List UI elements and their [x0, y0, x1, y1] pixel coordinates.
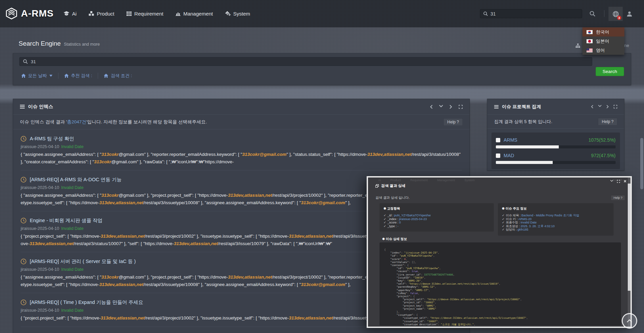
chevron-down-icon[interactable] — [439, 105, 443, 109]
lang-label: 한국어 — [596, 29, 609, 35]
graduation-cap-icon — [64, 11, 69, 16]
menu-item-system[interactable]: System — [225, 11, 250, 17]
aggregate-row-arms: ARMS 1075(52.5%) — [496, 137, 616, 148]
help-button[interactable]: Help ? — [611, 195, 625, 200]
modal-titlebar: 검색 결과 상세 — [375, 183, 406, 188]
page-scrollbar-thumb[interactable] — [640, 138, 643, 189]
page-header: Search EngineStatistics and more — [19, 40, 100, 47]
nav-search-input[interactable] — [490, 11, 579, 17]
field-row: ✓최종수정 : Invalid Date — [502, 221, 610, 224]
chevron-left-icon[interactable] — [430, 105, 433, 109]
flag-japan-icon — [586, 39, 593, 43]
filter-recommended-search[interactable]: 추천 검색 : — [59, 73, 98, 79]
home-icon — [21, 74, 26, 78]
menu-label: System — [233, 11, 250, 17]
search-icon — [483, 11, 488, 16]
fixed-fields-box: ✱ 고정항목 ✓_id : puN_YZYBaKa7OYiqwshw ✓_ind… — [380, 203, 494, 232]
chevron-left-icon[interactable] — [591, 105, 593, 109]
language-dropdown: 한국어 일본어 영어 — [582, 27, 624, 55]
main-search-box — [19, 57, 592, 66]
clock-icon — [21, 177, 26, 183]
collapse-icon[interactable] — [610, 180, 613, 183]
search-detail-modal: AiProductRequirementManagementSystem Sea… — [367, 176, 632, 328]
filter-label: 검색 조건 : — [111, 73, 132, 79]
bar-chart-icon — [176, 11, 181, 16]
search-button[interactable]: Search — [596, 67, 624, 76]
menu-label: Requirement — [134, 11, 163, 17]
lang-item-korean[interactable]: 한국어 — [582, 27, 624, 37]
issue-detail-code[interactable]: { "index": "jiraissue-2025-04-23", "id":… — [380, 242, 621, 326]
search-submit-icon[interactable] — [590, 11, 595, 17]
checkbox[interactable] — [496, 138, 500, 142]
flag-us-icon — [586, 48, 593, 52]
filter-all-dates[interactable]: 모든 날짜 — [19, 73, 58, 79]
progress-fill — [496, 145, 559, 148]
chevron-down-icon[interactable] — [598, 105, 602, 109]
project-link[interactable]: MAD — [504, 153, 514, 158]
help-button[interactable]: Help ? — [598, 118, 617, 125]
menu-label: Ai — [72, 11, 76, 17]
window-icon — [375, 184, 379, 188]
brand-logo[interactable]: A-RMS — [5, 7, 54, 20]
page-title: Search Engine — [19, 40, 61, 47]
menu-item-management[interactable]: Management — [176, 11, 213, 17]
search-filters: 모든 날짜 추천 검색 : 검색 조건 : — [19, 73, 138, 79]
close-icon[interactable] — [624, 180, 626, 183]
panel-controls — [591, 105, 617, 109]
nav-divider — [604, 10, 604, 17]
lang-item-japanese[interactable]: 일본어 — [582, 37, 624, 46]
issue-result-item: A-RMS 팀 구성 확인 jiraissue-2025-04-10Invali… — [21, 129, 462, 170]
detail-section-title: ✱ 이슈 상세 정보 — [382, 237, 407, 241]
page-scrollbar[interactable] — [640, 0, 644, 333]
issue-title-text: Engine - 비회원 게시판 샘플 작업 — [30, 217, 102, 224]
chevron-right-icon[interactable] — [606, 105, 609, 109]
message-text: 집계 결과 상위 5 항목 입니다. — [494, 119, 552, 125]
modal-scrollbar[interactable] — [628, 177, 630, 327]
app-root: A-RMS Ai Product Requirement Management … — [0, 0, 644, 333]
main-menu: Ai Product Requirement Management System — [64, 0, 250, 27]
project-count: 1075(52.5%) — [589, 137, 616, 143]
search-icon — [23, 59, 28, 64]
brand-name: A-RMS — [21, 8, 54, 19]
check-icon: ✓ — [502, 217, 505, 221]
main-search-input[interactable] — [31, 59, 589, 64]
check-icon: ✓ — [384, 221, 386, 224]
project-aggregate-header: 이슈 프로젝트 집계 — [487, 99, 624, 115]
maximize-icon[interactable] — [617, 180, 620, 183]
cogs-icon — [225, 11, 231, 16]
box-title: ✱ 이슈 주요 정보 — [502, 207, 610, 211]
menu-item-product[interactable]: Product — [89, 11, 114, 17]
message-text: 이슈 인덱스 검색 결과 '총2047건'입니다. 자세한 정보를 보시려면 해… — [20, 119, 207, 125]
clock-icon — [21, 218, 26, 223]
check-icon: ✓ — [384, 217, 386, 221]
page-subtitle: Statistics and more — [64, 42, 100, 47]
user-icon[interactable] — [626, 11, 632, 17]
help-button[interactable]: Help ? — [443, 118, 463, 126]
issue-title-link[interactable]: A-RMS 팀 구성 확인 — [21, 136, 462, 142]
chevron-right-icon[interactable] — [450, 105, 452, 109]
panel-title: 이슈 프로젝트 집계 — [494, 104, 541, 110]
language-badge: 3 — [617, 16, 621, 20]
arms-logo-icon — [5, 7, 18, 20]
filter-search-condition[interactable]: 검색 조건 : — [98, 73, 138, 79]
menu-label: Management — [183, 11, 213, 17]
filter-label: 모든 날짜 — [28, 73, 47, 79]
aggregate-row-mad: MAD 972(47.5%) — [496, 153, 616, 164]
menu-item-ai[interactable]: Ai — [64, 11, 76, 17]
lang-item-english[interactable]: 영어 — [582, 46, 624, 55]
scroll-to-top-button[interactable] — [622, 313, 637, 329]
clock-icon — [21, 259, 26, 264]
issue-index-header: 이슈 인덱스 — [13, 99, 469, 115]
menu-lines-icon — [494, 105, 499, 109]
expand-icon[interactable] — [459, 105, 463, 109]
project-count: 972(47.5%) — [591, 153, 616, 158]
check-icon: ✓ — [502, 221, 505, 224]
progress-bar — [496, 145, 616, 148]
project-link[interactable]: ARMS — [504, 137, 517, 143]
language-button[interactable]: 3 — [608, 7, 623, 21]
menu-item-requirement[interactable]: Requirement — [127, 11, 163, 17]
checkbox[interactable] — [496, 153, 500, 158]
home-icon — [104, 74, 108, 78]
field-row: ✓_type : - — [384, 224, 490, 228]
modal-scrollbar-thumb[interactable] — [628, 184, 630, 291]
